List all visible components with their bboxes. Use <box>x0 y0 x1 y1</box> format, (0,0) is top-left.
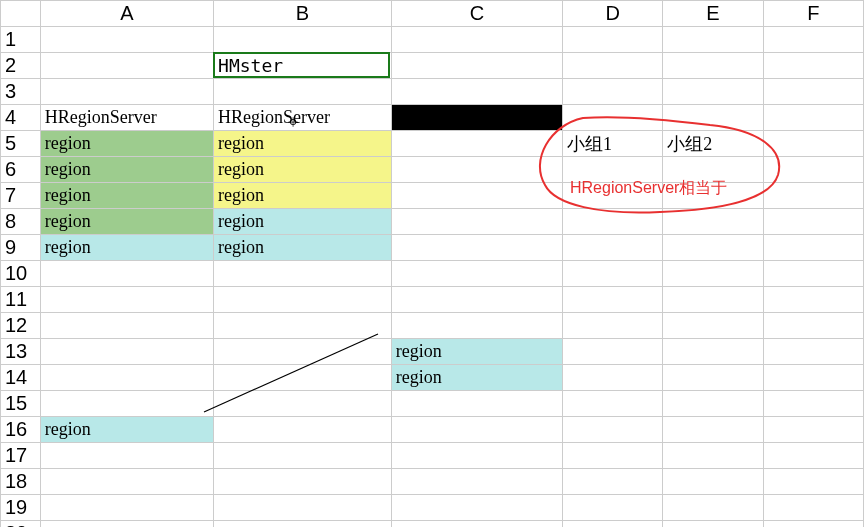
cell-F11[interactable] <box>763 287 863 313</box>
cell-E1[interactable] <box>663 27 763 53</box>
cell-D19[interactable] <box>563 495 663 521</box>
cell-D17[interactable] <box>563 443 663 469</box>
cell-A11[interactable] <box>40 287 213 313</box>
cell-F19[interactable] <box>763 495 863 521</box>
cell-A9[interactable]: region <box>40 235 213 261</box>
cell-D4[interactable] <box>563 105 663 131</box>
cell-C10[interactable] <box>391 261 562 287</box>
cell-E13[interactable] <box>663 339 763 365</box>
col-header-D[interactable]: D <box>563 1 663 27</box>
cell-A15[interactable] <box>40 391 213 417</box>
cell-B4[interactable]: HRegionServer <box>214 105 392 131</box>
cell-B9[interactable]: region <box>214 235 392 261</box>
cell-E9[interactable] <box>663 235 763 261</box>
cell-F15[interactable] <box>763 391 863 417</box>
cell-A5[interactable]: region <box>40 131 213 157</box>
cell-A1[interactable] <box>40 27 213 53</box>
cell-A10[interactable] <box>40 261 213 287</box>
cell-C7[interactable] <box>391 183 562 209</box>
cell-E8[interactable] <box>663 209 763 235</box>
spreadsheet-grid[interactable]: A B C D E F 12HMster34HRegionServerHRegi… <box>0 0 864 527</box>
cell-F6[interactable] <box>763 157 863 183</box>
cell-A16[interactable]: region <box>40 417 213 443</box>
cell-E19[interactable] <box>663 495 763 521</box>
row-header-5[interactable]: 5 <box>1 131 41 157</box>
cell-F18[interactable] <box>763 469 863 495</box>
cell-C15[interactable] <box>391 391 562 417</box>
cell-A19[interactable] <box>40 495 213 521</box>
cell-B15[interactable] <box>214 391 392 417</box>
cell-B14[interactable] <box>214 365 392 391</box>
cell-D15[interactable] <box>563 391 663 417</box>
corner-cell[interactable] <box>1 1 41 27</box>
cell-D18[interactable] <box>563 469 663 495</box>
cell-F8[interactable] <box>763 209 863 235</box>
cell-B6[interactable]: region <box>214 157 392 183</box>
cell-F12[interactable] <box>763 313 863 339</box>
cell-A20[interactable] <box>40 521 213 528</box>
cell-B17[interactable] <box>214 443 392 469</box>
cell-C13[interactable]: region <box>391 339 562 365</box>
cell-E5[interactable]: 小组2 <box>663 131 763 157</box>
cell-B5[interactable]: region <box>214 131 392 157</box>
cell-F7[interactable] <box>763 183 863 209</box>
cell-D3[interactable] <box>563 79 663 105</box>
col-header-A[interactable]: A <box>40 1 213 27</box>
cell-B2[interactable]: HMster <box>214 53 392 79</box>
cell-C12[interactable] <box>391 313 562 339</box>
cell-E16[interactable] <box>663 417 763 443</box>
cell-F2[interactable] <box>763 53 863 79</box>
col-header-F[interactable]: F <box>763 1 863 27</box>
col-header-B[interactable]: B <box>214 1 392 27</box>
cell-C4[interactable] <box>391 105 562 131</box>
cell-C14[interactable]: region <box>391 365 562 391</box>
row-header-11[interactable]: 11 <box>1 287 41 313</box>
cell-A6[interactable]: region <box>40 157 213 183</box>
cell-B8[interactable]: region <box>214 209 392 235</box>
cell-D20[interactable] <box>563 521 663 528</box>
row-header-13[interactable]: 13 <box>1 339 41 365</box>
cell-D1[interactable] <box>563 27 663 53</box>
row-header-7[interactable]: 7 <box>1 183 41 209</box>
cell-E14[interactable] <box>663 365 763 391</box>
cell-B20[interactable] <box>214 521 392 528</box>
cell-E20[interactable] <box>663 521 763 528</box>
cell-A8[interactable]: region <box>40 209 213 235</box>
cell-A4[interactable]: HRegionServer <box>40 105 213 131</box>
cell-B12[interactable] <box>214 313 392 339</box>
row-header-20[interactable]: 20 <box>1 521 41 528</box>
cell-C5[interactable] <box>391 131 562 157</box>
row-header-16[interactable]: 16 <box>1 417 41 443</box>
row-header-3[interactable]: 3 <box>1 79 41 105</box>
cell-B19[interactable] <box>214 495 392 521</box>
cell-B3[interactable] <box>214 79 392 105</box>
cell-C17[interactable] <box>391 443 562 469</box>
cell-C11[interactable] <box>391 287 562 313</box>
cell-C1[interactable] <box>391 27 562 53</box>
row-header-10[interactable]: 10 <box>1 261 41 287</box>
cell-E12[interactable] <box>663 313 763 339</box>
cell-D10[interactable] <box>563 261 663 287</box>
row-header-4[interactable]: 4 <box>1 105 41 131</box>
cell-F10[interactable] <box>763 261 863 287</box>
cell-F5[interactable] <box>763 131 863 157</box>
cell-D2[interactable] <box>563 53 663 79</box>
cell-B10[interactable] <box>214 261 392 287</box>
cell-D11[interactable] <box>563 287 663 313</box>
cell-F1[interactable] <box>763 27 863 53</box>
cell-E15[interactable] <box>663 391 763 417</box>
cell-B18[interactable] <box>214 469 392 495</box>
cell-A2[interactable] <box>40 53 213 79</box>
cell-E4[interactable] <box>663 105 763 131</box>
col-header-E[interactable]: E <box>663 1 763 27</box>
cell-D14[interactable] <box>563 365 663 391</box>
row-header-14[interactable]: 14 <box>1 365 41 391</box>
cell-F14[interactable] <box>763 365 863 391</box>
cell-B13[interactable] <box>214 339 392 365</box>
row-header-1[interactable]: 1 <box>1 27 41 53</box>
cell-D13[interactable] <box>563 339 663 365</box>
cell-E18[interactable] <box>663 469 763 495</box>
cell-E3[interactable] <box>663 79 763 105</box>
cell-A14[interactable] <box>40 365 213 391</box>
cell-C20[interactable] <box>391 521 562 528</box>
